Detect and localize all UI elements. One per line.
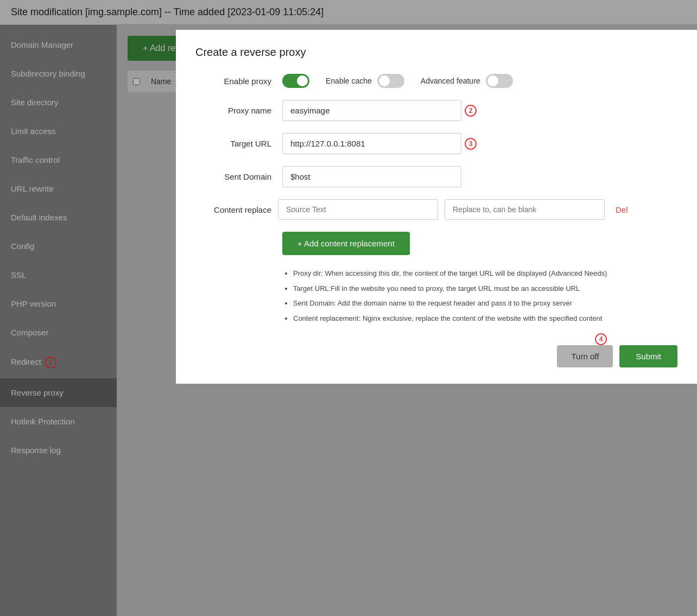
sent-domain-label: Sent Domain: [195, 172, 271, 181]
info-bullet: Proxy dir: When accessing this dir, the …: [293, 268, 677, 279]
sent-domain-row: Sent Domain: [195, 166, 677, 187]
turn-off-button[interactable]: Turn off: [557, 345, 613, 367]
content-replace-label: Content replace: [195, 205, 271, 214]
target-url-input[interactable]: [282, 133, 461, 154]
enable-cache-wrap: Enable cache: [326, 74, 404, 88]
advanced-feature-label: Advanced feature: [421, 77, 480, 85]
enable-cache-slider: [377, 74, 404, 88]
target-url-badge: 3: [465, 138, 477, 150]
footer-badge: 4: [595, 333, 607, 345]
advanced-feature-slider: [486, 74, 513, 88]
submit-button[interactable]: Submit: [619, 345, 677, 367]
replace-to-input[interactable]: [445, 199, 605, 220]
info-bullets-section: Proxy dir: When accessing this dir, the …: [282, 268, 677, 323]
target-url-row: Target URL 3: [195, 133, 677, 154]
info-list: Proxy dir: When accessing this dir, the …: [282, 268, 677, 323]
enable-proxy-slider: [282, 74, 309, 88]
target-url-label: Target URL: [195, 139, 271, 148]
info-bullet: Content replacement: Nginx exclusive, re…: [293, 313, 677, 324]
proxy-name-input-wrap: 2: [282, 100, 461, 121]
proxy-name-badge: 2: [465, 105, 477, 117]
modal-overlay: Create a reverse proxy Enable proxy Enab…: [0, 0, 697, 616]
proxy-name-row: Proxy name 2: [195, 100, 677, 121]
enable-proxy-label: Enable proxy: [195, 77, 271, 86]
add-replacement-section: + Add content replacement: [195, 232, 677, 268]
content-replace-row: Content replace Del: [195, 199, 677, 220]
sent-domain-input[interactable]: [282, 166, 461, 187]
advanced-feature-toggle[interactable]: [486, 74, 513, 88]
advanced-feature-wrap: Advanced feature: [421, 74, 513, 88]
enable-cache-toggle[interactable]: [377, 74, 404, 88]
proxy-name-input[interactable]: [282, 100, 461, 121]
modal-footer: 4 Turn off Submit: [195, 340, 677, 367]
create-reverse-proxy-modal: Create a reverse proxy Enable proxy Enab…: [176, 30, 697, 384]
target-url-input-wrap: 3: [282, 133, 461, 154]
del-button[interactable]: Del: [616, 205, 628, 214]
toggles-row: Enable proxy Enable cache Advanced featu…: [195, 74, 677, 88]
source-text-input[interactable]: [278, 199, 438, 220]
info-bullet: Sent Domain: Add the domain name to the …: [293, 298, 677, 309]
add-content-replacement-button[interactable]: + Add content replacement: [282, 232, 410, 255]
toggle-group: Enable cache Advanced feature: [282, 74, 513, 88]
proxy-name-label: Proxy name: [195, 106, 271, 115]
enable-proxy-toggle[interactable]: [282, 74, 309, 88]
modal-title: Create a reverse proxy: [195, 46, 677, 59]
info-bullet: Target URL:Fill in the website you need …: [293, 283, 677, 294]
enable-cache-label: Enable cache: [326, 77, 372, 85]
